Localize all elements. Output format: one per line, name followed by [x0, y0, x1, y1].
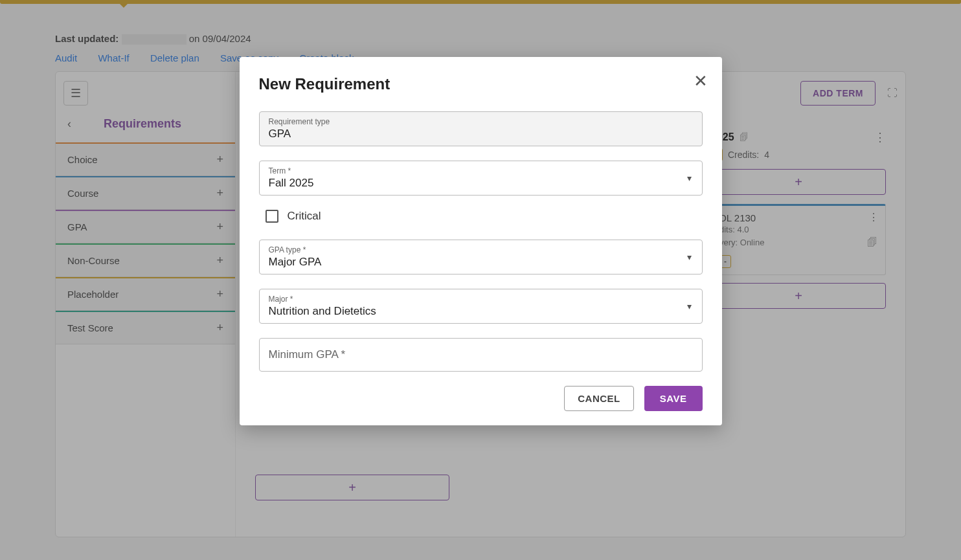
- requirement-type-value: GPA: [269, 128, 693, 140]
- major-select[interactable]: Major * Nutrition and Dietetics ▾: [259, 289, 703, 324]
- gpa-type-label: GPA type *: [269, 245, 693, 254]
- close-icon: ✕: [694, 71, 708, 91]
- chevron-down-icon: ▾: [687, 173, 692, 183]
- term-label: Term *: [269, 166, 693, 175]
- chevron-down-icon: ▾: [687, 301, 692, 311]
- critical-label: Critical: [288, 210, 321, 223]
- term-select[interactable]: Term * Fall 2025 ▾: [259, 161, 703, 196]
- critical-checkbox[interactable]: [266, 210, 278, 223]
- major-value: Nutrition and Dietetics: [269, 305, 693, 318]
- close-button[interactable]: ✕: [694, 71, 708, 91]
- requirement-type-label: Requirement type: [269, 117, 693, 126]
- save-button[interactable]: SAVE: [644, 386, 703, 411]
- dialog-title: New Requirement: [259, 75, 703, 93]
- gpa-type-select[interactable]: GPA type * Major GPA ▾: [259, 240, 703, 274]
- minimum-gpa-placeholder: Minimum GPA *: [269, 348, 693, 361]
- modal-overlay[interactable]: New Requirement ✕ Requirement type GPA T…: [0, 0, 961, 560]
- cancel-button[interactable]: CANCEL: [564, 386, 634, 411]
- major-label: Major *: [269, 295, 693, 304]
- new-requirement-dialog: New Requirement ✕ Requirement type GPA T…: [240, 57, 722, 425]
- gpa-type-value: Major GPA: [269, 256, 693, 269]
- minimum-gpa-input[interactable]: Minimum GPA *: [259, 338, 703, 372]
- term-value: Fall 2025: [269, 177, 693, 190]
- requirement-type-field: Requirement type GPA: [259, 111, 703, 146]
- chevron-down-icon: ▾: [687, 252, 692, 262]
